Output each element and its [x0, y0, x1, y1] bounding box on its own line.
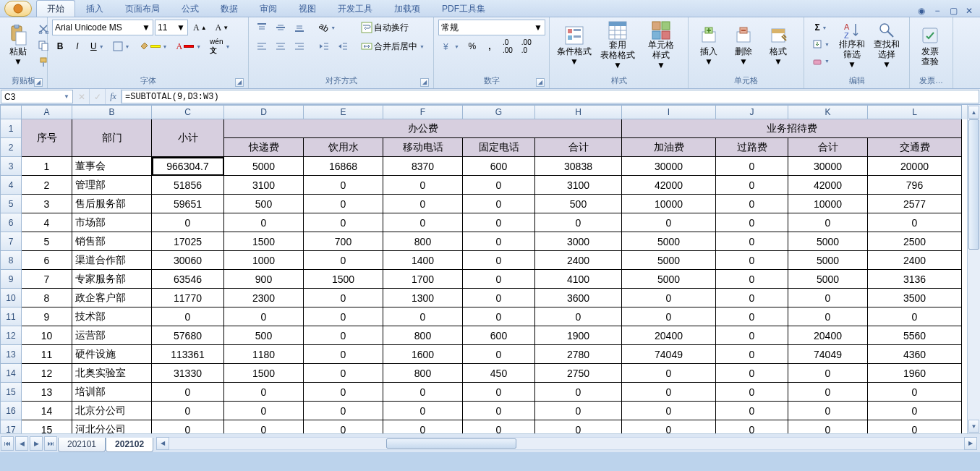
menu-tab-3[interactable]: 公式 — [171, 0, 210, 17]
cell-C15[interactable]: 0 — [152, 383, 224, 402]
autosum-button[interactable]: Σ▼ — [809, 20, 833, 35]
cell-G9[interactable]: 0 — [463, 270, 535, 289]
sheet-tab-202101[interactable]: 202101 — [58, 438, 106, 452]
cell-J6[interactable]: 0 — [716, 213, 788, 232]
office-button[interactable] — [4, 1, 32, 17]
cell-F16[interactable]: 0 — [383, 402, 463, 420]
col-header-C[interactable]: C — [152, 105, 224, 119]
cell-C3[interactable]: 966304.7 — [152, 157, 224, 176]
orientation-button[interactable]: ab▼ — [315, 20, 339, 35]
format-cells-button[interactable]: 格式▼ — [762, 20, 794, 72]
header-I[interactable]: 加油费 — [622, 138, 716, 157]
col-header-H[interactable]: H — [535, 105, 622, 119]
font-name-combo[interactable]: Arial Unicode MS▼ — [52, 20, 153, 35]
cell-A12[interactable]: 10 — [22, 326, 72, 345]
cell-J12[interactable]: 0 — [716, 326, 788, 345]
cell-L13[interactable]: 4360 — [868, 345, 962, 364]
minimize-ribbon-button[interactable]: − — [931, 5, 944, 17]
cell-I5[interactable]: 10000 — [622, 195, 716, 213]
col-header-L[interactable]: L — [868, 105, 962, 119]
menu-tab-1[interactable]: 插入 — [75, 0, 114, 17]
col-header-A[interactable]: A — [22, 105, 72, 119]
cell-L17[interactable]: 0 — [868, 420, 962, 433]
cell-L15[interactable]: 0 — [868, 383, 962, 402]
scroll-right-arrow[interactable]: ▶ — [964, 437, 977, 450]
header-G[interactable]: 固定电话 — [463, 138, 535, 157]
bold-button[interactable]: B — [52, 38, 68, 54]
cell-H8[interactable]: 2400 — [535, 251, 622, 270]
format-as-table-button[interactable]: 套用 表格格式▼ — [597, 20, 638, 72]
cell-D4[interactable]: 3100 — [224, 176, 304, 195]
col-header-D[interactable]: D — [224, 105, 304, 119]
cell-E14[interactable]: 0 — [304, 364, 383, 383]
row-header-11[interactable]: 11 — [0, 307, 22, 326]
cell-A7[interactable]: 5 — [22, 232, 72, 251]
cell-G7[interactable]: 0 — [463, 232, 535, 251]
cell-I14[interactable]: 0 — [622, 364, 716, 383]
cell-D17[interactable]: 0 — [224, 420, 304, 433]
cell-B6[interactable]: 市场部 — [72, 213, 152, 232]
cell-B13[interactable]: 硬件设施 — [72, 345, 152, 364]
cell-E16[interactable]: 0 — [304, 402, 383, 420]
cell-G10[interactable]: 0 — [463, 289, 535, 307]
cell-G8[interactable]: 0 — [463, 251, 535, 270]
cell-C9[interactable]: 63546 — [152, 270, 224, 289]
cell-K14[interactable]: 0 — [788, 364, 868, 383]
conditional-format-button[interactable]: 条件格式▼ — [554, 20, 595, 72]
cell-J9[interactable]: 0 — [716, 270, 788, 289]
row-header-16[interactable]: 16 — [0, 402, 22, 420]
cell-B4[interactable]: 管理部 — [72, 176, 152, 195]
menu-tab-6[interactable]: 视图 — [288, 0, 327, 17]
cell-E10[interactable]: 0 — [304, 289, 383, 307]
align-left-button[interactable] — [253, 38, 270, 54]
cell-L8[interactable]: 2400 — [868, 251, 962, 270]
cell-K3[interactable]: 30000 — [788, 157, 868, 176]
cell-E5[interactable]: 0 — [304, 195, 383, 213]
cell-D6[interactable]: 0 — [224, 213, 304, 232]
cell-J7[interactable]: 0 — [716, 232, 788, 251]
cell-I9[interactable]: 5000 — [622, 270, 716, 289]
increase-indent-button[interactable] — [334, 38, 351, 54]
tab-prev-button[interactable]: ◀ — [15, 436, 28, 451]
cell-L10[interactable]: 3500 — [868, 289, 962, 307]
row-header-5[interactable]: 5 — [0, 195, 22, 213]
cell-J5[interactable]: 0 — [716, 195, 788, 213]
col-header-B[interactable]: B — [72, 105, 152, 119]
close-button[interactable]: ✕ — [963, 5, 976, 17]
sort-filter-button[interactable]: AZ 排序和 筛选▼ — [836, 20, 868, 72]
cell-I8[interactable]: 5000 — [622, 251, 716, 270]
cell-H14[interactable]: 2750 — [535, 364, 622, 383]
header-D[interactable]: 快递费 — [224, 138, 304, 157]
cell-F3[interactable]: 8370 — [383, 157, 463, 176]
align-right-button[interactable] — [291, 38, 308, 54]
clear-button[interactable]: ▼ — [809, 53, 833, 69]
cell-K5[interactable]: 10000 — [788, 195, 868, 213]
header-entertain[interactable]: 业务招待费 — [622, 119, 962, 138]
cell-F15[interactable]: 0 — [383, 383, 463, 402]
cell-C13[interactable]: 113361 — [152, 345, 224, 364]
cell-C6[interactable]: 0 — [152, 213, 224, 232]
cell-B7[interactable]: 销售部 — [72, 232, 152, 251]
cell-F12[interactable]: 800 — [383, 326, 463, 345]
accounting-format-button[interactable]: ¥▼ — [438, 38, 463, 54]
cell-L6[interactable]: 0 — [868, 213, 962, 232]
cell-A10[interactable]: 8 — [22, 289, 72, 307]
col-header-E[interactable]: E — [304, 105, 383, 119]
delete-cells-button[interactable]: 删除▼ — [728, 20, 759, 72]
cell-L9[interactable]: 3136 — [868, 270, 962, 289]
cell-I11[interactable]: 0 — [622, 307, 716, 326]
cell-K11[interactable]: 0 — [788, 307, 868, 326]
cell-I16[interactable]: 0 — [622, 402, 716, 420]
cell-K17[interactable]: 0 — [788, 420, 868, 433]
find-select-button[interactable]: 查找和 选择▼ — [871, 20, 903, 72]
cell-B9[interactable]: 专家服务部 — [72, 270, 152, 289]
cell-I12[interactable]: 20400 — [622, 326, 716, 345]
phonetic-button[interactable]: wén文▼ — [206, 38, 234, 54]
cell-D14[interactable]: 1500 — [224, 364, 304, 383]
cell-C10[interactable]: 11770 — [152, 289, 224, 307]
cell-F4[interactable]: 0 — [383, 176, 463, 195]
cell-D15[interactable]: 0 — [224, 383, 304, 402]
cell-F9[interactable]: 1700 — [383, 270, 463, 289]
cell-K16[interactable]: 0 — [788, 402, 868, 420]
header-B[interactable]: 部门 — [72, 119, 152, 157]
